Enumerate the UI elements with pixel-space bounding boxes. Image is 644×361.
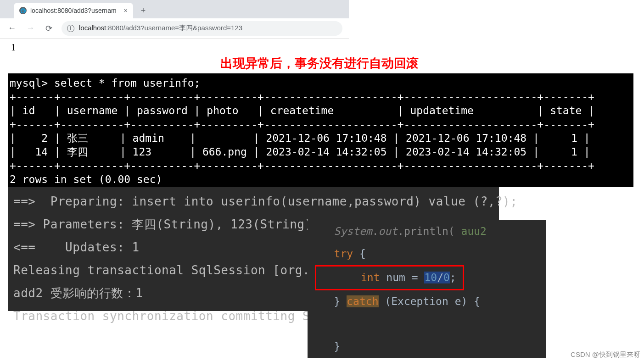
- address-rest: :8080/add3?username=李四&password=123: [106, 24, 242, 32]
- try-keyword: try: [334, 248, 353, 260]
- new-tab-button[interactable]: +: [137, 4, 150, 17]
- cell: 1: [571, 132, 577, 144]
- browser-tab[interactable]: 🌐 localhost:8080/add3?usernam ×: [14, 3, 133, 18]
- slash: /: [437, 272, 443, 283]
- code-line: System.out.println( auu2: [334, 225, 487, 237]
- forward-icon: →: [25, 23, 36, 33]
- info-icon[interactable]: i: [67, 25, 74, 32]
- back-icon[interactable]: ←: [6, 23, 17, 33]
- annotation-caption: 出现异常后，事务没有进行自动回滚: [220, 55, 419, 72]
- brace: }: [334, 340, 341, 352]
- mysql-footer: 2 rows in set (0.00 sec): [10, 173, 162, 185]
- log-line: add2 受影响的行数：1: [13, 286, 143, 300]
- mysql-terminal: mysql> select * from userinfo; +------+-…: [8, 73, 633, 187]
- cell: admin: [133, 132, 164, 144]
- cell: 李四: [67, 146, 88, 158]
- cell: 2021-12-06 17:10:48: [266, 132, 386, 144]
- catch-keyword: catch: [347, 295, 378, 307]
- col-updatetime: updatetime: [410, 105, 473, 117]
- globe-icon: 🌐: [19, 7, 27, 14]
- col-state: state: [550, 105, 582, 117]
- col-password: password: [137, 105, 188, 117]
- cell: 123: [133, 146, 152, 158]
- col-photo: photo: [207, 105, 238, 117]
- mysql-prompt: mysql> select * from userinfo;: [10, 77, 200, 89]
- cell: 14: [35, 146, 48, 158]
- brace: {: [353, 248, 366, 260]
- code-editor: System.out.println( auu2 try { int num =…: [308, 220, 546, 358]
- cell: 2021-12-06 17:10:48: [406, 132, 526, 144]
- address-bar[interactable]: i localhost:8080/add3?username=李四&passwo…: [62, 21, 342, 36]
- browser-toolbar: ← → ⟳ i localhost:8080/add3?username=李四&…: [0, 18, 349, 39]
- int-keyword: int: [361, 272, 380, 283]
- log-line: ==> Preparing: insert into userinfo(user…: [13, 194, 517, 208]
- literal-zero: 0: [443, 272, 450, 283]
- log-line: <== Updates: 1: [13, 240, 140, 254]
- address-host: localhost: [79, 24, 106, 32]
- cell: 666.png: [202, 146, 247, 158]
- page-content: 1: [0, 39, 349, 56]
- cell: 1: [571, 146, 577, 158]
- tab-title: localhost:8080/add3?usernam: [30, 7, 120, 14]
- col-username: username: [67, 105, 118, 117]
- tab-strip: 🌐 localhost:8080/add3?usernam × +: [0, 0, 349, 18]
- log-line: ==> Parameters: 李四(String), 123(String): [13, 217, 312, 231]
- cell: 张三: [67, 132, 88, 144]
- cell: 2: [41, 132, 48, 144]
- reload-icon[interactable]: ⟳: [43, 23, 54, 33]
- col-id: id: [22, 105, 35, 117]
- cell: 2023-02-14 14:32:05: [266, 146, 386, 158]
- cell: 2023-02-14 14:32:05: [406, 146, 526, 158]
- catch-rest: (Exception e) {: [379, 295, 481, 307]
- var: num =: [380, 272, 424, 283]
- log-line: Transaction synchronization committing S…: [13, 309, 332, 323]
- error-highlight: int num = 10/0;: [315, 265, 464, 290]
- col-createtime: createtime: [270, 105, 334, 117]
- literal-ten: 10: [424, 272, 437, 283]
- semi: ;: [450, 272, 456, 283]
- brace: }: [334, 295, 347, 307]
- log-line: Releasing transactional SqlSession [org.…: [13, 263, 332, 277]
- browser-window: 🌐 localhost:8080/add3?usernam × + ← → ⟳ …: [0, 0, 349, 56]
- watermark: CSDN @快到锅里来呀: [571, 350, 640, 359]
- close-icon[interactable]: ×: [124, 7, 128, 14]
